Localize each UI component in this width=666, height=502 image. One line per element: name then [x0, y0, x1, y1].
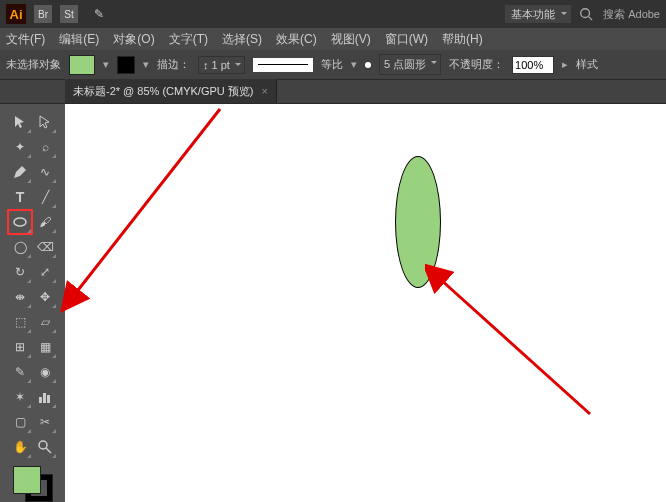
eyedropper-tool[interactable]: ✎ [8, 360, 32, 384]
menubar: 文件(F) 编辑(E) 对象(O) 文字(T) 选择(S) 效果(C) 视图(V… [0, 28, 666, 50]
close-icon[interactable]: × [261, 85, 267, 97]
control-bar: 未选择对象 ▾ ▾ 描边： ↕ 1 pt 等比 ▾ 5 点圆形 不透明度： ▸ … [0, 50, 666, 80]
canvas[interactable] [65, 104, 666, 502]
scale-tool[interactable]: ⤢ [33, 260, 57, 284]
document-tab[interactable]: 未标题-2* @ 85% (CMYK/GPU 预览) × [65, 79, 277, 103]
opacity-label: 不透明度： [449, 57, 504, 72]
dropdown-icon[interactable]: ▾ [103, 58, 109, 71]
hand-tool[interactable]: ✋ [8, 435, 32, 459]
dash-label: 等比 [321, 57, 343, 72]
profile-select[interactable]: 5 点圆形 [379, 54, 441, 75]
stroke-weight[interactable]: ↕ 1 pt [198, 56, 245, 74]
width-tool[interactable]: ⇼ [8, 285, 32, 309]
symbol-sprayer-tool[interactable]: ✶ [8, 385, 32, 409]
svg-point-9 [39, 441, 47, 449]
mesh-tool[interactable]: ⊞ [8, 335, 32, 359]
paintbrush-tool[interactable]: 🖌 [33, 210, 57, 234]
ellipse-tool[interactable] [8, 210, 32, 234]
stroke-label: 描边： [157, 57, 190, 72]
style-label[interactable]: 样式 [576, 57, 598, 72]
search-placeholder[interactable]: 搜索 Adobe [603, 7, 660, 22]
menu-file[interactable]: 文件(F) [6, 31, 45, 48]
curvature-tool[interactable]: ∿ [33, 160, 57, 184]
selection-status: 未选择对象 [6, 57, 61, 72]
fill-color[interactable] [13, 466, 41, 494]
drawn-ellipse[interactable] [395, 156, 441, 288]
blend-tool[interactable]: ◉ [33, 360, 57, 384]
shaper-tool[interactable]: ◯ [8, 235, 32, 259]
svg-point-5 [14, 218, 26, 226]
eraser-tool[interactable]: ⌫ [33, 235, 57, 259]
profile-dot-icon [365, 62, 371, 68]
annotation-arrow-1 [60, 94, 240, 314]
line-tool[interactable]: ╱ [33, 185, 57, 209]
workspace-switcher[interactable]: 基本功能 [505, 5, 571, 23]
svg-point-3 [581, 9, 590, 18]
document-title: 未标题-2* @ 85% (CMYK/GPU 预览) [73, 84, 253, 99]
type-tool[interactable]: T [8, 185, 32, 209]
shape-builder-tool[interactable]: ⬚ [8, 310, 32, 334]
rotate-tool[interactable]: ↻ [8, 260, 32, 284]
svg-line-11 [75, 109, 220, 294]
tool-panel: ✦⌕ ∿ T╱ 🖌 ◯⌫ ↻⤢ ⇼✥ ⬚▱ ⊞▦ ✎◉ ✶ ▢✂ ✋ [0, 104, 65, 502]
magic-wand-tool[interactable]: ✦ [8, 135, 32, 159]
dropdown-icon[interactable]: ▾ [143, 58, 149, 71]
artboard-tool[interactable]: ▢ [8, 410, 32, 434]
document-tabbar: 未标题-2* @ 85% (CMYK/GPU 预览) × [0, 80, 666, 104]
column-graph-tool[interactable] [33, 385, 57, 409]
slice-tool[interactable]: ✂ [33, 410, 57, 434]
fill-swatch[interactable] [69, 55, 95, 75]
menu-edit[interactable]: 编辑(E) [59, 31, 99, 48]
opacity-input[interactable] [512, 56, 554, 74]
direct-selection-tool[interactable] [33, 110, 57, 134]
annotation-arrow-2 [425, 264, 605, 424]
menu-effect[interactable]: 效果(C) [276, 31, 317, 48]
selection-tool[interactable] [8, 110, 32, 134]
search-icon[interactable] [579, 7, 593, 21]
feedback-icon[interactable]: ✎ [94, 7, 104, 21]
titlebar: Ai Br St ✎ 基本功能 搜索 Adobe [0, 0, 666, 28]
app-icon: Ai [6, 4, 26, 24]
svg-rect-7 [43, 393, 46, 403]
stroke-preview[interactable] [253, 58, 313, 72]
gradient-tool[interactable]: ▦ [33, 335, 57, 359]
menu-view[interactable]: 视图(V) [331, 31, 371, 48]
stroke-swatch[interactable] [117, 56, 135, 74]
lasso-tool[interactable]: ⌕ [33, 135, 57, 159]
free-transform-tool[interactable]: ✥ [33, 285, 57, 309]
menu-type[interactable]: 文字(T) [169, 31, 208, 48]
svg-line-4 [589, 17, 593, 21]
bridge-icon[interactable]: Br [34, 5, 52, 23]
menu-object[interactable]: 对象(O) [113, 31, 154, 48]
svg-line-10 [46, 448, 51, 453]
color-swatches[interactable] [13, 466, 53, 502]
svg-rect-6 [39, 397, 42, 403]
svg-line-12 [440, 279, 590, 414]
pen-tool[interactable] [8, 160, 32, 184]
stock-icon[interactable]: St [60, 5, 78, 23]
menu-select[interactable]: 选择(S) [222, 31, 262, 48]
menu-window[interactable]: 窗口(W) [385, 31, 428, 48]
perspective-tool[interactable]: ▱ [33, 310, 57, 334]
zoom-tool[interactable] [33, 435, 57, 459]
svg-rect-8 [47, 395, 50, 403]
menu-help[interactable]: 帮助(H) [442, 31, 483, 48]
